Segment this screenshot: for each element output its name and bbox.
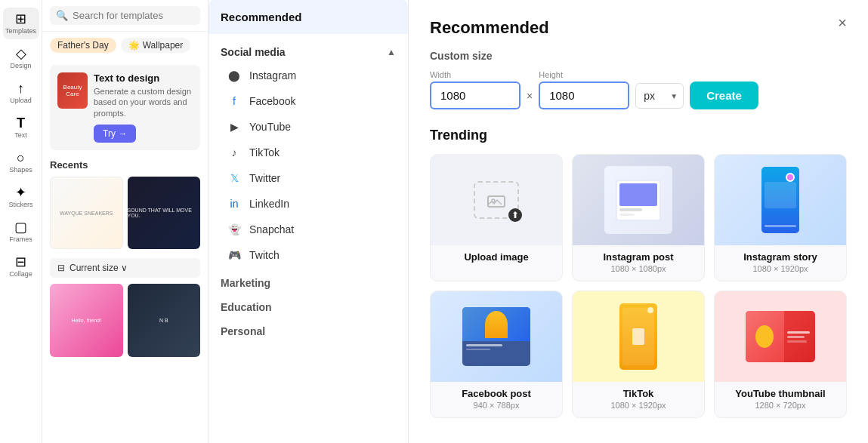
- text-to-design-description: Generate a custom design based on your w…: [94, 86, 193, 118]
- youtube-thumbnail-visual: [715, 291, 846, 382]
- instagram-post-size: 1080 × 1080px: [580, 264, 697, 273]
- unit-select[interactable]: px in cm mm: [635, 83, 684, 109]
- instagram-story-name: Instagram story: [722, 251, 839, 263]
- youtube-thumbnail-size: 1280 × 720px: [722, 401, 839, 410]
- width-field: Width: [430, 70, 520, 109]
- search-input[interactable]: [73, 10, 194, 21]
- tiktok-icon: ♪: [227, 145, 242, 160]
- youtube-thumbnail-thumb: [715, 291, 846, 382]
- instagram-story-size: 1080 × 1920px: [722, 264, 839, 273]
- facebook-post-size: 940 × 788px: [438, 401, 554, 410]
- text-icon: T: [17, 116, 25, 130]
- frames-icon: ▢: [14, 220, 27, 234]
- trending-title: Trending: [430, 128, 847, 143]
- recent-item-3[interactable]: Hello, friend!: [50, 284, 123, 357]
- tag-row: Father's Day 🌟 Wallpaper: [42, 32, 208, 59]
- wallpaper-emoji: 🌟: [128, 40, 140, 51]
- try-button[interactable]: Try →: [94, 125, 136, 143]
- category-education[interactable]: Education: [209, 295, 408, 319]
- create-button[interactable]: Create: [690, 82, 758, 109]
- tag-wallpaper[interactable]: 🌟 Wallpaper: [121, 38, 191, 53]
- social-item-twitch[interactable]: 🎮 Twitch: [221, 242, 396, 268]
- upload-image-thumb: ⬆: [431, 155, 562, 245]
- templates-panel: 🔍 Father's Day 🌟 Wallpaper Beauty Care T…: [42, 0, 209, 443]
- svg-rect-4: [619, 183, 657, 206]
- social-item-instagram[interactable]: ⬤ Instagram: [221, 63, 396, 88]
- upload-image-info: Upload image: [431, 245, 562, 270]
- trending-card-instagram-post[interactable]: Instagram post 1080 × 1080px: [572, 154, 705, 281]
- custom-size-label: Custom size: [430, 50, 847, 62]
- facebook-icon: f: [227, 94, 242, 109]
- sidebar-item-design[interactable]: ◇ Design: [3, 42, 39, 74]
- social-item-snapchat[interactable]: 👻 Snapchat: [221, 217, 396, 242]
- design-icon: ◇: [16, 47, 26, 60]
- svg-rect-6: [619, 214, 635, 216]
- instagram-post-thumb: [573, 155, 704, 245]
- unit-selector: px in cm mm ▼: [635, 83, 684, 109]
- category-personal[interactable]: Personal: [209, 319, 408, 343]
- more-recents-grid: Hello, friend! N B: [50, 284, 200, 357]
- sidebar-item-stickers[interactable]: ✦ Stickers: [3, 181, 39, 213]
- trending-card-youtube-thumbnail[interactable]: YouTube thumbnail 1280 × 720px: [714, 291, 847, 418]
- tiktok-name: TikTok: [580, 388, 697, 399]
- height-input[interactable]: [539, 82, 629, 109]
- trending-card-instagram-story[interactable]: Instagram story 1080 × 1920px: [714, 154, 847, 281]
- svg-rect-5: [619, 208, 642, 211]
- social-media-section: Social media ▲ ⬤ Instagram f Facebook ▶ …: [209, 34, 408, 271]
- recent-item-2[interactable]: SOUND THAT WILL MOVE YOU.: [128, 177, 201, 250]
- instagram-post-name: Instagram post: [580, 251, 697, 263]
- trending-card-tiktok[interactable]: TikTok 1080 × 1920px: [572, 291, 705, 418]
- custom-size-section: Custom size Width × Height px in cm mm ▼: [430, 50, 847, 109]
- youtube-icon: ▶: [227, 119, 242, 134]
- modal-title: Recommended: [430, 18, 847, 38]
- width-input[interactable]: [430, 82, 520, 109]
- size-separator: ×: [527, 90, 533, 102]
- tiktok-thumb: [573, 291, 704, 382]
- recommended-sidebar: Recommended Social media ▲ ⬤ Instagram f…: [209, 0, 409, 443]
- sidebar-item-upload[interactable]: ↑ Upload: [3, 77, 39, 109]
- snapchat-icon: 👻: [227, 222, 242, 237]
- facebook-post-info: Facebook post 940 × 788px: [431, 382, 562, 417]
- current-size-button[interactable]: ⊟ Current size ∨: [50, 258, 200, 278]
- category-marketing[interactable]: Marketing: [209, 271, 408, 295]
- youtube-thumbnail-info: YouTube thumbnail 1280 × 720px: [715, 382, 846, 417]
- instagram-story-thumb: [715, 155, 846, 245]
- upload-placeholder: ⬆: [474, 181, 519, 219]
- trending-card-upload-image[interactable]: ⬆ Upload image: [430, 154, 563, 281]
- sidebar-item-shapes[interactable]: ○ Shapes: [3, 146, 39, 178]
- stickers-icon: ✦: [15, 186, 26, 199]
- social-item-tiktok[interactable]: ♪ TikTok: [221, 140, 396, 165]
- social-item-facebook[interactable]: f Facebook: [221, 88, 396, 114]
- youtube-thumbnail-name: YouTube thumbnail: [722, 388, 839, 399]
- text-to-design-card: Beauty Care Text to design Generate a cu…: [50, 65, 200, 150]
- instagram-post-visual: [573, 155, 704, 245]
- recent-item-1[interactable]: WAYQUE SNEAKERS: [50, 177, 123, 250]
- social-item-linkedin[interactable]: in LinkedIn: [221, 191, 396, 217]
- text-to-design-image: Beauty Care: [57, 72, 88, 109]
- facebook-post-visual: [431, 291, 562, 382]
- trending-grid: ⬆ Upload image: [430, 154, 847, 418]
- social-item-twitter[interactable]: 𝕏 Twitter: [221, 165, 396, 191]
- sidebar: ⊞ Templates ◇ Design ↑ Upload T Text ○ S…: [0, 0, 42, 443]
- collage-icon: ⊟: [15, 255, 26, 269]
- sidebar-item-frames[interactable]: ▢ Frames: [3, 216, 39, 248]
- sidebar-item-templates[interactable]: ⊞ Templates: [3, 8, 39, 39]
- social-media-section-title[interactable]: Social media ▲: [221, 42, 396, 63]
- width-label: Width: [430, 70, 520, 79]
- recent-item-4[interactable]: N B: [128, 284, 201, 357]
- trending-card-facebook-post[interactable]: Facebook post 940 × 788px: [430, 291, 563, 418]
- search-box[interactable]: 🔍: [50, 6, 200, 25]
- templates-icon: ⊞: [15, 12, 26, 26]
- sidebar-item-collage[interactable]: ⊟ Collage: [3, 251, 39, 282]
- sidebar-item-text[interactable]: T Text: [3, 112, 39, 143]
- linkedin-icon: in: [227, 196, 242, 211]
- modal-content: × Recommended Custom size Width × Height…: [409, 0, 868, 443]
- social-item-youtube[interactable]: ▶ YouTube: [221, 114, 396, 140]
- instagram-icon: ⬤: [227, 68, 242, 83]
- search-area: 🔍: [42, 0, 208, 32]
- upload-plus-badge: ⬆: [508, 208, 522, 222]
- current-size-label: Current size ∨: [70, 263, 128, 273]
- tag-fathers-day[interactable]: Father's Day: [50, 38, 116, 53]
- modal-close-button[interactable]: ×: [832, 12, 853, 33]
- text-to-design-title: Text to design: [94, 72, 193, 84]
